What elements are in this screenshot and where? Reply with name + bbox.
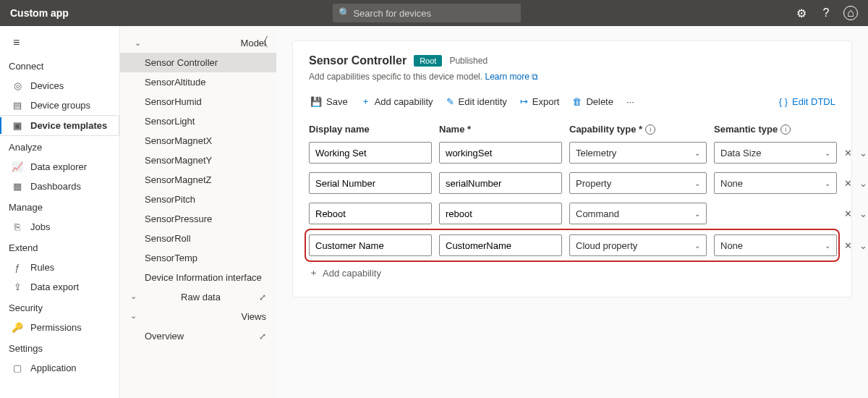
nav-data-explorer[interactable]: 📈Data explorer xyxy=(0,157,119,177)
nav-data-export[interactable]: ⇪Data export xyxy=(0,277,119,297)
nav-section-manage: Manage xyxy=(0,196,119,217)
export-icon: ↦ xyxy=(520,96,528,107)
nav-devices[interactable]: ◎Devices xyxy=(0,76,119,96)
cmd-label: Edit DTDL xyxy=(792,96,835,107)
hamburger-icon[interactable]: ≡ xyxy=(0,33,119,55)
nav-device-templates[interactable]: ▣Device templates xyxy=(0,115,119,136)
nav-label: Jobs xyxy=(30,221,50,232)
learn-more-link[interactable]: Learn more ⧉ xyxy=(485,72,538,82)
page-title: Sensor Controller xyxy=(309,54,407,67)
chevron-down-icon: ⌄ xyxy=(825,242,830,250)
edit-identity-button[interactable]: ✎Edit identity xyxy=(445,93,509,110)
search-icon: 🔍 xyxy=(339,7,350,18)
tree-group-model[interactable]: Model xyxy=(120,33,276,53)
tree-label: Views xyxy=(242,311,266,322)
profile-icon[interactable]: ⌂ xyxy=(843,6,858,20)
header-row: Sensor Controller Root Published xyxy=(309,54,835,67)
top-bar: Custom app 🔍 ⚙ ? ⌂ xyxy=(0,0,868,26)
info-icon[interactable]: i xyxy=(780,124,791,135)
tree-item[interactable]: SensorMagnetY xyxy=(120,151,276,170)
capability-type-select[interactable]: Property⌄ xyxy=(569,172,707,194)
tree-item-overview[interactable]: Overview⤢ xyxy=(120,326,276,346)
display-name-input[interactable] xyxy=(309,142,432,164)
semantic-type-select[interactable]: None⌄ xyxy=(714,234,837,256)
model-tree: 〈 Model Sensor Controller SensorAltitude… xyxy=(120,26,276,398)
plus-icon: ＋ xyxy=(309,266,318,279)
tree-item[interactable]: SensorMagnetX xyxy=(120,131,276,151)
help-icon[interactable]: ? xyxy=(819,6,833,20)
chevron-down-icon: ⌄ xyxy=(825,179,830,187)
capability-row: Property⌄ None⌄ ✕⌄ xyxy=(309,172,835,194)
subtitle-text: Add capabilities specific to this device… xyxy=(309,72,482,82)
tree-label: SensorRoll xyxy=(145,233,191,244)
tree-label: SensorPressure xyxy=(145,213,212,224)
nav-jobs[interactable]: ⎘Jobs xyxy=(0,217,119,237)
tree-item[interactable]: Sensor Controller xyxy=(120,53,276,72)
name-input[interactable] xyxy=(439,142,562,164)
tree-item[interactable]: SensorTemp xyxy=(120,248,276,268)
nav-application[interactable]: ▢Application xyxy=(0,358,119,378)
nav-permissions[interactable]: 🔑Permissions xyxy=(0,318,119,337)
row-actions: ✕⌄ xyxy=(844,208,868,219)
expand-row-icon[interactable]: ⌄ xyxy=(859,240,867,251)
gear-icon[interactable]: ⚙ xyxy=(794,6,809,20)
expand-icon[interactable]: ⤢ xyxy=(259,292,266,302)
expand-row-icon[interactable]: ⌄ xyxy=(859,178,867,189)
add-capability-button[interactable]: ＋Add capability xyxy=(359,92,435,111)
tree-item[interactable]: Device Information interface xyxy=(120,268,276,287)
tree-item[interactable]: SensorAltitude xyxy=(120,72,276,92)
tree-item[interactable]: SensorHumid xyxy=(120,92,276,111)
display-name-input[interactable] xyxy=(309,203,432,224)
more-button[interactable]: ··· xyxy=(625,93,636,110)
cmd-label: Delete xyxy=(586,96,613,107)
nav-dashboards[interactable]: ▦Dashboards xyxy=(0,177,119,196)
nav-label: Device templates xyxy=(30,120,107,131)
tree-item[interactable]: SensorLight xyxy=(120,111,276,131)
info-icon[interactable]: i xyxy=(645,124,655,135)
add-capability-row[interactable]: ＋ Add capability xyxy=(309,266,835,279)
capability-row: Telemetry⌄ Data Size⌄ ✕⌄ xyxy=(309,142,835,164)
nav-section-settings: Settings xyxy=(0,337,119,358)
nav-label: Device groups xyxy=(30,100,90,111)
capability-type-select[interactable]: Command⌄ xyxy=(569,203,707,224)
tree-group-rawdata[interactable]: Raw data⤢ xyxy=(120,287,276,307)
remove-icon[interactable]: ✕ xyxy=(844,240,852,251)
save-button[interactable]: 💾Save xyxy=(309,93,349,110)
name-input[interactable] xyxy=(439,234,562,256)
name-input[interactable] xyxy=(439,203,562,224)
expand-icon[interactable]: ⤢ xyxy=(259,331,266,342)
tree-group-views[interactable]: Views xyxy=(120,307,276,326)
tree-item[interactable]: SensorPitch xyxy=(120,190,276,209)
semantic-type-select[interactable]: None⌄ xyxy=(714,172,837,194)
expand-row-icon[interactable]: ⌄ xyxy=(859,208,867,219)
cmd-label: Edit identity xyxy=(459,96,507,107)
back-icon[interactable]: 〈 xyxy=(256,33,269,51)
tree-item[interactable]: SensorRoll xyxy=(120,229,276,248)
search-input[interactable] xyxy=(333,4,521,22)
app-title: Custom app xyxy=(10,7,69,19)
export-button[interactable]: ↦Export xyxy=(519,93,561,110)
tree-item[interactable]: SensorMagnetZ xyxy=(120,170,276,190)
capability-type-select[interactable]: Cloud property⌄ xyxy=(569,234,707,256)
name-input[interactable] xyxy=(439,172,562,194)
edit-dtdl-button[interactable]: { }Edit DTDL xyxy=(779,96,835,107)
capability-type-select[interactable]: Telemetry⌄ xyxy=(569,142,707,164)
devices-icon: ◎ xyxy=(12,80,23,91)
display-name-input[interactable] xyxy=(309,234,432,256)
tree-item[interactable]: SensorPressure xyxy=(120,209,276,229)
delete-button[interactable]: 🗑Delete xyxy=(571,93,615,110)
col-name: Name * xyxy=(439,124,562,135)
add-capability-label: Add capability xyxy=(323,268,381,279)
expand-row-icon[interactable]: ⌄ xyxy=(859,148,867,158)
row-actions: ✕⌄ xyxy=(844,178,868,189)
display-name-input[interactable] xyxy=(309,172,432,194)
tree-label: SensorPitch xyxy=(145,194,195,205)
remove-icon[interactable]: ✕ xyxy=(844,178,852,189)
semantic-type-select[interactable]: Data Size⌄ xyxy=(714,142,837,164)
select-value: Cloud property xyxy=(576,240,637,251)
nav-device-groups[interactable]: ▤Device groups xyxy=(0,96,119,115)
remove-icon[interactable]: ✕ xyxy=(844,148,852,158)
nav-label: Permissions xyxy=(30,322,82,333)
nav-rules[interactable]: ƒRules xyxy=(0,258,119,277)
remove-icon[interactable]: ✕ xyxy=(844,208,852,219)
